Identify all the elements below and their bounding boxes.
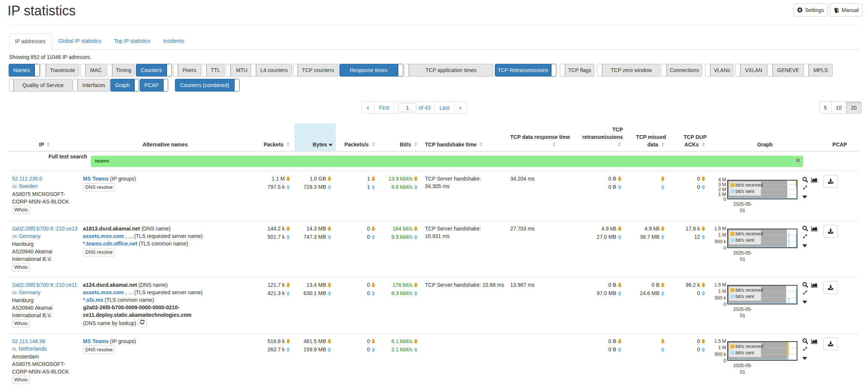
svg-text:bit/s sent: bit/s sent	[735, 294, 755, 299]
svg-text:bit/s sent: bit/s sent	[735, 350, 755, 355]
svg-text:bit/s sent: bit/s sent	[735, 189, 755, 194]
svg-text:bit/s received: bit/s received	[735, 344, 763, 349]
svg-text:bit/s received: bit/s received	[735, 182, 763, 188]
svg-text:bit/s sent: bit/s sent	[735, 238, 755, 243]
svg-text:bit/s received: bit/s received	[735, 231, 763, 236]
svg-text:bit/s received: bit/s received	[735, 288, 763, 293]
